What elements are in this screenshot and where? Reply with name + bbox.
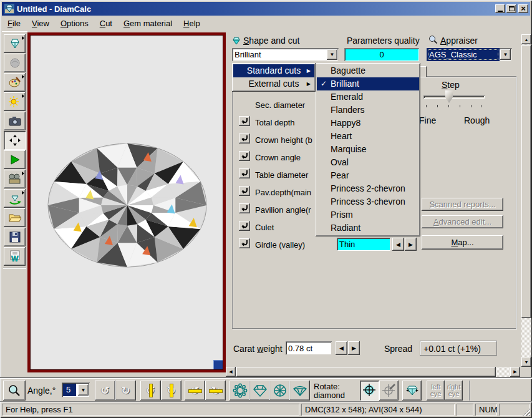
shape-combo-arrow[interactable]: ▼ bbox=[327, 49, 337, 60]
rotate-ccw-button[interactable]: ↺ bbox=[95, 381, 115, 401]
menu-help[interactable]: Help bbox=[178, 17, 206, 30]
appraiser-combo[interactable]: AGS_Classic ▼ bbox=[427, 48, 512, 61]
carat-spin-down-button[interactable]: ◀ bbox=[336, 341, 347, 355]
zoom-button[interactable] bbox=[3, 381, 26, 401]
cut-item-pear[interactable]: Pear bbox=[317, 169, 419, 182]
play-button[interactable] bbox=[4, 150, 26, 169]
spin-horizontal-axis-down-button[interactable]: ↻ bbox=[205, 381, 226, 401]
rotate-gem-button[interactable] bbox=[4, 189, 26, 208]
param-link-button[interactable] bbox=[239, 238, 250, 248]
param-link-button[interactable] bbox=[239, 116, 250, 126]
param-link-button[interactable] bbox=[239, 203, 250, 213]
cut-item-brilliant[interactable]: ✓Brilliant bbox=[317, 77, 419, 90]
param-label-sec-diameter: Sec. diameter bbox=[255, 100, 305, 110]
lighting-button[interactable] bbox=[4, 92, 26, 111]
gem-orientation-button[interactable] bbox=[402, 381, 422, 401]
angle-combo-arrow[interactable]: ▼ bbox=[78, 384, 89, 396]
spin-horizontal-axis-up-button[interactable]: ↺ bbox=[185, 381, 205, 401]
view-resize-grip[interactable] bbox=[213, 360, 223, 369]
view-side-button[interactable] bbox=[289, 381, 310, 401]
cut-item-flanders[interactable]: Flanders bbox=[317, 104, 419, 117]
scroll-right-button[interactable]: ▶ bbox=[510, 367, 520, 377]
menu-item-external-cuts[interactable]: External cuts▶ bbox=[233, 77, 314, 90]
diamond-viewport[interactable] bbox=[27, 32, 226, 372]
rotate-constrained-button[interactable] bbox=[379, 381, 399, 401]
spread-value-field: +0.01 ct (+1%) bbox=[420, 341, 497, 356]
spin-vertical-axis-left-button[interactable]: ↺ bbox=[140, 381, 161, 401]
step-slider-track[interactable] bbox=[423, 95, 485, 99]
menu-options[interactable]: Options bbox=[55, 17, 94, 30]
cut-item-prism[interactable]: Prism bbox=[317, 208, 419, 221]
maximize-button[interactable] bbox=[506, 4, 516, 13]
vscroll-thumb[interactable] bbox=[521, 45, 531, 318]
spin-vertical-axis-right-button[interactable]: ↻ bbox=[161, 381, 181, 401]
scroll-up-button[interactable]: ▲ bbox=[521, 34, 531, 44]
carat-weight-input[interactable] bbox=[286, 341, 332, 355]
gem-orientation-icon bbox=[405, 384, 420, 397]
map-button[interactable]: Map... bbox=[422, 235, 503, 250]
param-link-button[interactable] bbox=[239, 221, 250, 231]
right-eye-label: righteye bbox=[447, 384, 460, 397]
cut-item-happy8[interactable]: Happy8 bbox=[317, 117, 419, 130]
shape-combo[interactable]: Brilliant ▼ bbox=[232, 48, 339, 61]
minimize-button[interactable] bbox=[495, 4, 505, 13]
photoreal-button[interactable] bbox=[4, 54, 26, 72]
chevron-down-icon: ▼ bbox=[503, 52, 508, 57]
save-button[interactable] bbox=[4, 228, 26, 246]
cut-item-heart[interactable]: Heart bbox=[317, 130, 419, 143]
resize-grip[interactable] bbox=[522, 408, 530, 416]
status-dimensions: DMC(312 x 548); AVI(304 x 544) bbox=[301, 404, 455, 416]
open-button[interactable] bbox=[4, 208, 26, 227]
carat-spin-up-button[interactable]: ▶ bbox=[348, 341, 360, 355]
param-link-button[interactable] bbox=[239, 134, 250, 143]
view-girdle-button[interactable] bbox=[230, 381, 250, 401]
step-fine-label: Fine bbox=[419, 115, 436, 125]
cut-item-emerald[interactable]: Emerald bbox=[317, 90, 419, 104]
arrow-right-icon: ▶ bbox=[409, 241, 413, 248]
left-eye-button[interactable]: lefteye bbox=[427, 381, 445, 401]
gem-cut-button[interactable] bbox=[4, 34, 26, 53]
right-panel-hscrollbar[interactable]: ◀ ▶ bbox=[226, 367, 520, 377]
girdle-spin-up-button[interactable]: ▶ bbox=[405, 238, 417, 251]
menu-view[interactable]: View bbox=[26, 17, 55, 30]
report-button[interactable]: W bbox=[4, 247, 26, 266]
param-link-button[interactable] bbox=[239, 151, 250, 161]
photoreal-icon bbox=[9, 57, 21, 69]
rotate-free-button[interactable] bbox=[360, 381, 379, 401]
menu-gem-material[interactable]: Gem material bbox=[118, 17, 178, 30]
rotate-cw-button[interactable]: ↻ bbox=[115, 381, 136, 401]
cut-item-radiant[interactable]: Radiant bbox=[317, 221, 419, 235]
shape-section-icon bbox=[232, 36, 241, 47]
view-pavilion-button[interactable] bbox=[269, 381, 290, 401]
angle-combo[interactable]: 5 ▼ bbox=[62, 382, 90, 397]
bottom-toolbar: Angle,° 5 ▼ ↺ ↻ ↺ ↻ ↺ ↻ Rotate:diamond l… bbox=[0, 378, 532, 401]
hscroll-thumb[interactable] bbox=[236, 367, 496, 377]
movie-button[interactable] bbox=[4, 170, 26, 188]
cut-item-princess-3-chevron[interactable]: Princess 3-chevron bbox=[317, 195, 419, 208]
menu-item-standard-cuts[interactable]: Standard cuts▶ bbox=[233, 64, 314, 77]
appraiser-combo-arrow[interactable]: ▼ bbox=[500, 49, 511, 60]
menu-cut[interactable]: Cut bbox=[94, 17, 118, 30]
cut-item-princess-2-chevron[interactable]: Princess 2-chevron bbox=[317, 182, 419, 195]
scroll-left-button[interactable]: ◀ bbox=[226, 367, 236, 377]
quality-value-field[interactable]: 0 bbox=[344, 48, 419, 61]
appearance-button[interactable] bbox=[4, 73, 26, 92]
cut-item-marquise[interactable]: Marquise bbox=[317, 143, 419, 156]
right-eye-button[interactable]: righteye bbox=[445, 381, 463, 401]
cut-item-baguette[interactable]: Baguette bbox=[317, 64, 419, 77]
close-button[interactable]: × bbox=[518, 4, 528, 13]
scroll-down-button[interactable]: ▼ bbox=[521, 357, 531, 367]
scanned-reports-button[interactable]: Scanned reports... bbox=[422, 198, 503, 211]
cut-item-oval[interactable]: Oval bbox=[317, 156, 419, 169]
girdle-spin-down-button[interactable]: ◀ bbox=[392, 238, 404, 251]
camera-button[interactable] bbox=[4, 112, 26, 130]
girdle-value-field[interactable]: Thin bbox=[337, 238, 390, 251]
move-button[interactable] bbox=[4, 131, 26, 150]
param-link-button[interactable] bbox=[239, 168, 250, 178]
title-bar[interactable]: Untitled - DiamCalc × bbox=[2, 2, 530, 16]
param-link-button[interactable] bbox=[239, 186, 250, 196]
right-panel-vscrollbar[interactable]: ▲ ▼ bbox=[521, 34, 531, 367]
menu-file[interactable]: File bbox=[2, 17, 26, 30]
advanced-edit-button[interactable]: Advanced edit... bbox=[422, 215, 503, 228]
view-crown-button[interactable] bbox=[249, 381, 270, 401]
